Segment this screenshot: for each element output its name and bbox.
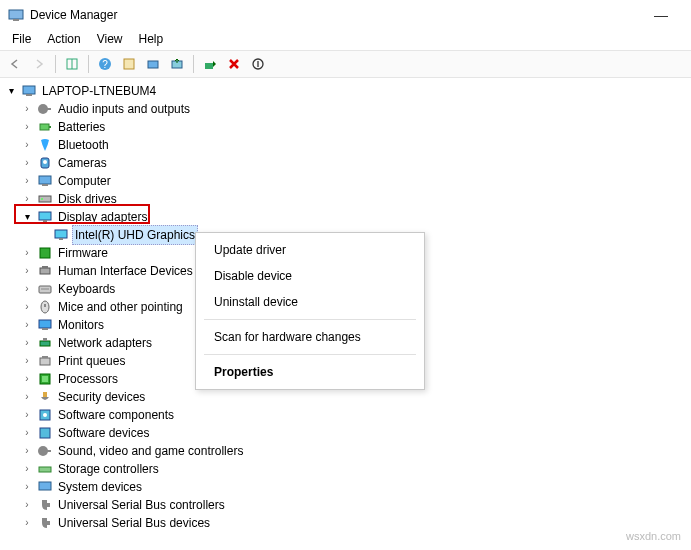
chevron-right-icon[interactable]: › — [20, 136, 34, 154]
tree-item-label: Cameras — [56, 154, 109, 172]
tree-item[interactable]: ›Security devices — [2, 388, 689, 406]
chevron-right-icon[interactable]: › — [20, 514, 34, 532]
svg-point-22 — [41, 198, 43, 200]
forward-button[interactable] — [28, 53, 50, 75]
svg-rect-47 — [47, 450, 51, 452]
properties-button[interactable] — [118, 53, 140, 75]
back-button[interactable] — [4, 53, 26, 75]
tree-item[interactable]: ›Computer — [2, 172, 689, 190]
device-category-icon — [37, 191, 53, 207]
chevron-right-icon[interactable]: › — [20, 280, 34, 298]
device-category-icon — [37, 425, 53, 441]
title-bar: Device Manager — — [0, 0, 691, 30]
enable-button[interactable] — [199, 53, 221, 75]
ctx-disable-device[interactable]: Disable device — [196, 263, 424, 289]
svg-rect-11 — [23, 86, 35, 94]
svg-rect-34 — [39, 320, 51, 328]
menu-file[interactable]: File — [4, 30, 39, 50]
chevron-right-icon[interactable]: › — [20, 154, 34, 172]
chevron-right-icon[interactable]: › — [20, 334, 34, 352]
tree-item[interactable]: ›Batteries — [2, 118, 689, 136]
update-button[interactable] — [166, 53, 188, 75]
device-category-icon — [37, 515, 53, 531]
ctx-properties[interactable]: Properties — [196, 359, 424, 385]
tree-item-label: Bluetooth — [56, 136, 111, 154]
chevron-right-icon[interactable]: › — [20, 442, 34, 460]
menu-action[interactable]: Action — [39, 30, 88, 50]
disable-button[interactable] — [247, 53, 269, 75]
tree-item-label: Software components — [56, 406, 176, 424]
chevron-right-icon[interactable]: › — [20, 478, 34, 496]
svg-rect-0 — [9, 10, 23, 19]
uninstall-button[interactable] — [223, 53, 245, 75]
device-category-icon — [37, 371, 53, 387]
tree-item-label: Keyboards — [56, 280, 117, 298]
tree-item[interactable]: ›Universal Serial Bus devices — [2, 514, 689, 532]
chevron-right-icon[interactable]: › — [20, 460, 34, 478]
svg-point-46 — [38, 446, 48, 456]
menu-view[interactable]: View — [89, 30, 131, 50]
tree-item[interactable]: ▾Display adapters — [2, 208, 689, 226]
svg-rect-41 — [42, 376, 48, 382]
help-button[interactable]: ? — [94, 53, 116, 75]
tree-item-label: Universal Serial Bus devices — [56, 514, 212, 532]
menu-help[interactable]: Help — [131, 30, 172, 50]
chevron-right-icon[interactable]: › — [20, 316, 34, 334]
tree-item-label: Monitors — [56, 316, 106, 334]
tree-item-label: Audio inputs and outputs — [56, 100, 192, 118]
tree-item[interactable]: ›Sound, video and game controllers — [2, 442, 689, 460]
chevron-right-icon[interactable]: › — [20, 172, 34, 190]
minimize-button[interactable]: — — [639, 7, 683, 23]
chevron-right-icon[interactable]: › — [20, 496, 34, 514]
ctx-uninstall-device[interactable]: Uninstall device — [196, 289, 424, 315]
tree-root[interactable]: ▾ LAPTOP-LTNEBUM4 — [2, 82, 689, 100]
tree-item-label: Storage controllers — [56, 460, 161, 478]
chevron-right-icon[interactable]: › — [20, 406, 34, 424]
tree-item[interactable]: ›System devices — [2, 478, 689, 496]
chevron-right-icon[interactable]: › — [20, 262, 34, 280]
device-category-icon — [37, 461, 53, 477]
tree-item[interactable]: ›Audio inputs and outputs — [2, 100, 689, 118]
svg-rect-26 — [59, 238, 63, 240]
chevron-right-icon[interactable]: › — [20, 388, 34, 406]
tree-item[interactable]: ›Bluetooth — [2, 136, 689, 154]
svg-rect-21 — [39, 196, 51, 202]
tree-item[interactable]: ›Disk drives — [2, 190, 689, 208]
tree-item[interactable]: ›Storage controllers — [2, 460, 689, 478]
watermark: wsxdn.com — [626, 530, 681, 542]
svg-rect-42 — [43, 392, 47, 397]
tree-item[interactable]: ›Universal Serial Bus controllers — [2, 496, 689, 514]
ctx-separator — [204, 319, 416, 320]
tree-item[interactable]: ›Software components — [2, 406, 689, 424]
device-category-icon — [37, 173, 53, 189]
chevron-right-icon[interactable]: › — [20, 370, 34, 388]
scan-button[interactable] — [142, 53, 164, 75]
tree-root-label: LAPTOP-LTNEBUM4 — [40, 82, 158, 100]
svg-rect-15 — [40, 124, 49, 130]
chevron-down-icon[interactable]: ▾ — [4, 82, 18, 100]
device-category-icon — [37, 335, 53, 351]
ctx-update-driver[interactable]: Update driver — [196, 237, 424, 263]
chevron-right-icon[interactable]: › — [20, 190, 34, 208]
svg-rect-20 — [42, 184, 48, 186]
ctx-separator — [204, 354, 416, 355]
chevron-right-icon[interactable]: › — [20, 298, 34, 316]
svg-rect-1 — [13, 19, 19, 21]
tree-item-label: Security devices — [56, 388, 147, 406]
svg-rect-35 — [42, 328, 48, 330]
chevron-right-icon[interactable]: › — [20, 100, 34, 118]
chevron-right-icon[interactable]: › — [20, 244, 34, 262]
show-hide-tree-button[interactable] — [61, 53, 83, 75]
device-category-icon — [37, 101, 53, 117]
tree-item[interactable]: ›Cameras — [2, 154, 689, 172]
chevron-right-icon[interactable]: › — [20, 118, 34, 136]
chevron-right-icon[interactable]: › — [20, 424, 34, 442]
svg-rect-28 — [40, 268, 50, 274]
ctx-scan-hardware[interactable]: Scan for hardware changes — [196, 324, 424, 350]
device-category-icon — [37, 245, 53, 261]
chevron-down-icon[interactable]: ▾ — [20, 208, 34, 226]
tree-item[interactable]: ›Software devices — [2, 424, 689, 442]
menu-bar: File Action View Help — [0, 30, 691, 50]
device-category-icon — [37, 119, 53, 135]
chevron-right-icon[interactable]: › — [20, 352, 34, 370]
